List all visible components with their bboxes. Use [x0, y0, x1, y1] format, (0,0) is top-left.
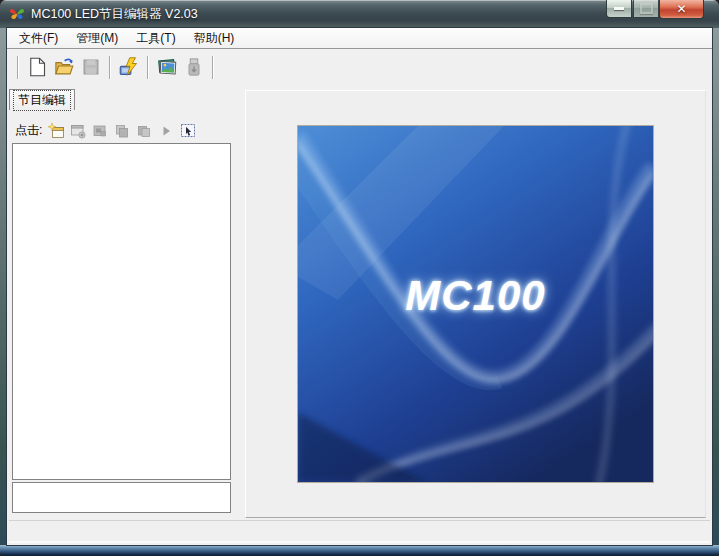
- edit-item-icon: [92, 123, 108, 139]
- click-hint-label: 点击:: [15, 122, 42, 139]
- menu-help[interactable]: 帮助(H): [185, 28, 244, 48]
- pictures-icon: [157, 57, 177, 77]
- paste-item-button: [135, 122, 153, 139]
- maximize-icon: [640, 3, 653, 14]
- edit-item-button: [91, 122, 109, 139]
- new-program-button[interactable]: [47, 122, 65, 139]
- usb-download-icon: [184, 57, 204, 77]
- screen: MC100 LED节目编辑器 V2.03 ✕ 文件(F) 管理(M) 工具(T)…: [0, 0, 719, 556]
- program-list[interactable]: [12, 143, 231, 480]
- open-folder-icon: [54, 57, 74, 77]
- toolbar-pictures-button[interactable]: [153, 54, 180, 80]
- preview-image: MC100: [297, 125, 654, 483]
- app-window: MC100 LED节目编辑器 V2.03 ✕ 文件(F) 管理(M) 工具(T)…: [0, 0, 719, 556]
- program-list-footer: [12, 482, 231, 513]
- copy-item-button: [113, 122, 131, 139]
- main-content: 节目编辑 点击:: [7, 85, 712, 545]
- tab-program-edit[interactable]: 节目编辑: [9, 89, 75, 110]
- play-button: [157, 122, 175, 139]
- preview-button[interactable]: [179, 122, 197, 139]
- menu-file[interactable]: 文件(F): [10, 28, 67, 48]
- toolbar-grip: [17, 56, 18, 79]
- preview-panel: MC100: [245, 90, 706, 518]
- play-icon: [158, 123, 174, 139]
- toolbar: [7, 49, 712, 85]
- toolbar-separator: [109, 56, 110, 79]
- window-border-left: [0, 28, 7, 545]
- send-lightning-icon: [119, 57, 139, 77]
- paste-item-icon: [136, 123, 152, 139]
- program-mini-toolbar: 点击:: [15, 121, 197, 140]
- minimize-button[interactable]: [606, 0, 632, 18]
- menubar: 文件(F) 管理(M) 工具(T) 帮助(H): [7, 28, 712, 49]
- menu-manage[interactable]: 管理(M): [67, 28, 127, 48]
- titlebar[interactable]: MC100 LED节目编辑器 V2.03 ✕: [0, 0, 719, 28]
- close-icon: ✕: [676, 3, 686, 15]
- toolbar-save-button: [77, 54, 104, 80]
- add-item-icon: [70, 123, 86, 139]
- add-item-button: [69, 122, 87, 139]
- window-title: MC100 LED节目编辑器 V2.03: [31, 0, 198, 28]
- window-border-right: [712, 28, 719, 545]
- tab-label: 节目编辑: [13, 90, 71, 111]
- watermark-text: MC100: [298, 272, 653, 320]
- preview-icon: [180, 123, 196, 139]
- toolbar-usb-button: [180, 54, 207, 80]
- new-document-icon: [27, 57, 47, 77]
- maximize-button: [633, 0, 659, 18]
- toolbar-open-button[interactable]: [50, 54, 77, 80]
- statusbar: [9, 520, 710, 543]
- close-button[interactable]: ✕: [659, 0, 704, 19]
- copy-item-icon: [114, 123, 130, 139]
- new-program-icon: [48, 123, 64, 139]
- client-area: 文件(F) 管理(M) 工具(T) 帮助(H): [7, 28, 712, 545]
- app-logo-icon: [9, 6, 25, 22]
- toolbar-new-button[interactable]: [23, 54, 50, 80]
- toolbar-send-button[interactable]: [115, 54, 142, 80]
- menu-tools[interactable]: 工具(T): [127, 28, 184, 48]
- toolbar-separator: [147, 56, 148, 79]
- minimize-icon: [614, 7, 624, 10]
- window-border-bottom: [0, 545, 719, 556]
- toolbar-separator: [212, 56, 213, 79]
- save-icon: [81, 57, 101, 77]
